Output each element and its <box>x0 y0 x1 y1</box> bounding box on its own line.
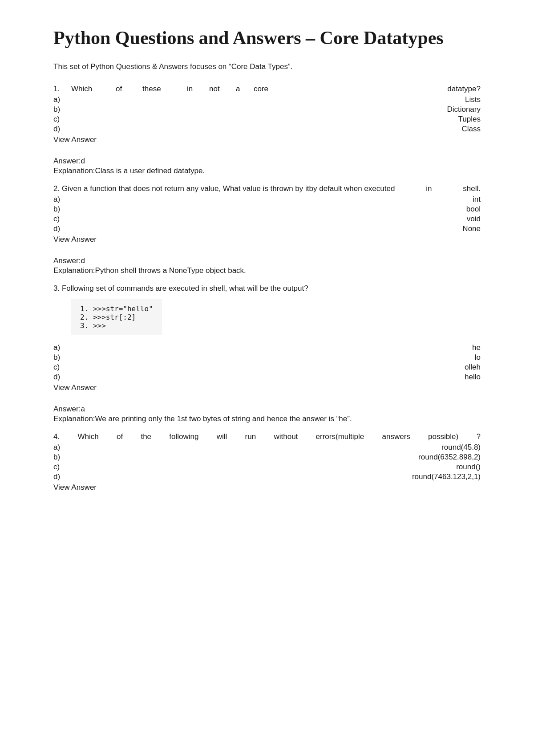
q2-text-shell: shell. <box>463 184 481 193</box>
q2-option-c-label: c) <box>53 215 67 224</box>
q1-option-a: a) Lists <box>53 95 481 104</box>
q4-option-c: c) round() <box>53 463 481 471</box>
answer-3: Answer:a Explanation:We are printing onl… <box>53 405 481 423</box>
page-title: Python Questions and Answers – Core Data… <box>53 27 481 49</box>
q3-option-c-label: c) <box>53 363 67 372</box>
q4-option-a-value: round(45.8) <box>67 443 481 452</box>
q4-word-errors: errors(multiple <box>316 432 364 441</box>
q1-word-which: Which <box>71 85 116 93</box>
answer-1-text: Answer:d <box>53 157 481 166</box>
explanation-3-text: Explanation:We are printing only the 1st… <box>53 415 481 423</box>
explanation-2-text: Explanation:Python shell throws a NoneTy… <box>53 266 481 275</box>
q4-option-b-label: b) <box>53 453 67 462</box>
q1-word-in: in <box>187 85 209 93</box>
q1-word-core: core <box>254 85 289 93</box>
q4-option-d-label: d) <box>53 472 67 481</box>
q4-word-which: Which <box>77 432 98 441</box>
q3-option-d: d) hello <box>53 373 481 382</box>
q2-option-d-value: None <box>67 224 481 233</box>
q1-option-a-label: a) <box>53 95 67 104</box>
q2-option-a-label: a) <box>53 195 67 204</box>
q1-option-d: d) Class <box>53 125 481 134</box>
q3-option-c: c) olleh <box>53 363 481 372</box>
q2-text-left: 2. Given a function that does not return… <box>53 184 395 193</box>
q1-word-of: of <box>116 85 142 93</box>
explanation-1-text: Explanation:Class is a user defined data… <box>53 167 481 175</box>
q2-option-d: d) None <box>53 224 481 233</box>
answer-3-text: Answer:a <box>53 405 481 414</box>
q1-option-c-value: Tuples <box>67 115 481 124</box>
q1-option-a-value: Lists <box>67 95 481 104</box>
question-2: 2. Given a function that does not return… <box>53 184 481 244</box>
question-1: 1. Which of these in not a core datatype… <box>53 85 481 144</box>
q3-option-a-label: a) <box>53 343 67 352</box>
q2-text-in: in <box>426 184 432 193</box>
q3-view-answer[interactable]: View Answer <box>53 383 481 392</box>
q1-option-d-label: d) <box>53 125 67 134</box>
q3-option-a-value: he <box>67 343 481 352</box>
q4-option-c-label: c) <box>53 463 67 471</box>
q3-option-d-value: hello <box>67 373 481 382</box>
q4-word-following: following <box>169 432 198 441</box>
q2-option-b-value: bool <box>67 205 481 214</box>
q4-word-possible: possible) <box>428 432 458 441</box>
q2-option-b-label: b) <box>53 205 67 214</box>
q1-view-answer[interactable]: View Answer <box>53 135 481 144</box>
q1-word-these: these <box>142 85 187 93</box>
q3-option-d-label: d) <box>53 373 67 382</box>
q1-option-b-label: b) <box>53 105 67 114</box>
q3-option-b: b) lo <box>53 353 481 362</box>
q2-option-c: c) void <box>53 215 481 224</box>
q3-option-b-label: b) <box>53 353 67 362</box>
q2-view-answer[interactable]: View Answer <box>53 235 481 244</box>
q1-text-row: 1. Which of these in not a core datatype… <box>53 85 481 93</box>
q1-option-b: b) Dictionary <box>53 105 481 114</box>
answer-2: Answer:d Explanation:Python shell throws… <box>53 256 481 275</box>
question-4: 4. Which of the following will run witho… <box>53 432 481 492</box>
q1-word-datatype: datatype? <box>289 85 481 93</box>
q2-option-d-label: d) <box>53 224 67 233</box>
answer-1: Answer:d Explanation:Class is a user def… <box>53 157 481 175</box>
q4-word-answers: answers <box>382 432 410 441</box>
q4-word-run: run <box>245 432 256 441</box>
q4-word-4: 4. <box>53 432 60 441</box>
q3-option-b-value: lo <box>67 353 481 362</box>
q2-option-a-value: int <box>67 195 481 204</box>
q4-word-question: ? <box>476 432 480 441</box>
q3-option-c-value: olleh <box>67 363 481 372</box>
question-3: 3. Following set of commands are execute… <box>53 284 481 392</box>
page-subtitle: This set of Python Questions & Answers f… <box>53 62 481 71</box>
q1-option-d-value: Class <box>67 125 481 134</box>
q1-option-c: c) Tuples <box>53 115 481 124</box>
answer-2-text: Answer:d <box>53 256 481 265</box>
q4-option-a: a) round(45.8) <box>53 443 481 452</box>
q4-word-without: without <box>274 432 298 441</box>
q4-view-answer[interactable]: View Answer <box>53 483 481 492</box>
q3-text: 3. Following set of commands are execute… <box>53 284 481 293</box>
q2-option-a: a) int <box>53 195 481 204</box>
q1-word-not: not <box>209 85 236 93</box>
q1-option-b-value: Dictionary <box>67 105 481 114</box>
q4-text-row: 4. Which of the following will run witho… <box>53 432 481 441</box>
q1-number: 1. <box>53 85 71 93</box>
q4-option-b: b) round(6352.898,2) <box>53 453 481 462</box>
q2-option-c-value: void <box>67 215 481 224</box>
q3-code: 1. >>>str="hello" 2. >>>str[:2] 3. >>> <box>71 299 162 335</box>
q4-word-the: the <box>141 432 151 441</box>
q1-word-a: a <box>236 85 254 93</box>
q3-option-a: a) he <box>53 343 481 352</box>
q4-option-a-label: a) <box>53 443 67 452</box>
q3-code-pre: 1. >>>str="hello" 2. >>>str[:2] 3. >>> <box>80 305 153 330</box>
q2-option-b: b) bool <box>53 205 481 214</box>
q4-word-of: of <box>117 432 123 441</box>
q1-option-c-label: c) <box>53 115 67 124</box>
q4-word-will: will <box>217 432 227 441</box>
q4-option-b-value: round(6352.898,2) <box>67 453 481 462</box>
q4-option-c-value: round() <box>67 463 481 471</box>
q4-option-d: d) round(7463.123,2,1) <box>53 472 481 481</box>
q4-option-d-value: round(7463.123,2,1) <box>67 472 481 481</box>
